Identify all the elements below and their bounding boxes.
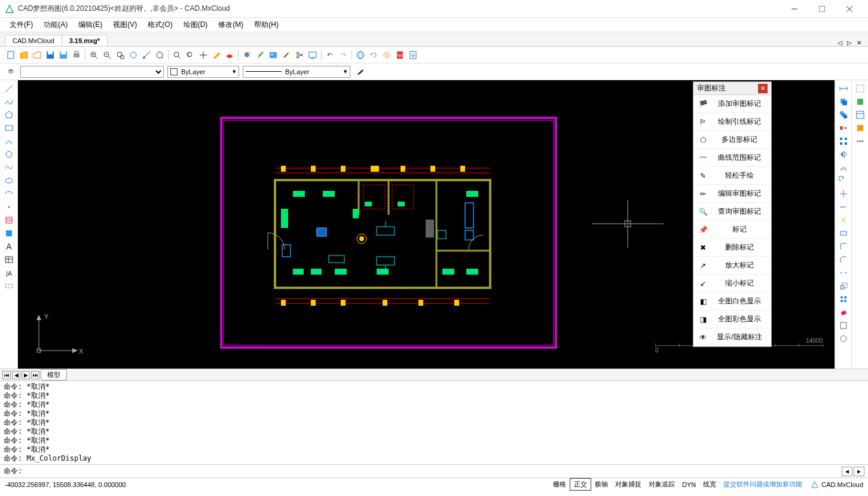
menu-view[interactable]: 视图(V)	[108, 18, 142, 32]
tab-prev-icon[interactable]: ◁	[836, 39, 844, 46]
edit-icon[interactable]	[210, 49, 222, 61]
tab-next-icon[interactable]: ▷	[845, 39, 854, 46]
status-feedback-link[interactable]: 提交软件问题或增加新功能	[720, 480, 806, 489]
panel-item-white-display[interactable]: ◧全图白色显示	[693, 293, 771, 311]
model-tab[interactable]: 模型	[41, 369, 67, 381]
array-tool-icon[interactable]	[837, 293, 850, 305]
command-input[interactable]	[25, 467, 842, 476]
select-all-icon[interactable]	[854, 83, 867, 95]
minimize-button[interactable]	[781, 0, 808, 18]
cmd-scroll-left-icon[interactable]: ◀	[842, 467, 852, 476]
block-tool-icon[interactable]	[2, 227, 16, 239]
save-as-icon[interactable]	[57, 49, 69, 61]
mtext-tool-icon[interactable]: |A	[2, 267, 16, 279]
copy-multi-icon[interactable]	[837, 109, 850, 121]
pan-realtime-icon[interactable]	[171, 49, 183, 61]
table-tool-icon[interactable]	[2, 254, 16, 266]
zoom-window-icon[interactable]	[114, 49, 126, 61]
chamfer-icon[interactable]	[837, 254, 850, 266]
tab-close-icon[interactable]: ✕	[855, 39, 863, 46]
marker-icon[interactable]	[254, 49, 266, 61]
more-tool-icon[interactable]	[854, 135, 867, 147]
redo-icon[interactable]	[337, 49, 349, 61]
screen-icon[interactable]	[307, 49, 319, 61]
image-icon[interactable]	[267, 49, 279, 61]
globe-icon[interactable]	[354, 49, 366, 61]
tab-cadmxcloud[interactable]: CAD.MxCloud	[5, 35, 62, 46]
break-icon[interactable]	[837, 267, 850, 279]
rotate-icon[interactable]	[837, 175, 850, 187]
panel-item-query-mark[interactable]: 🔍查询审图标记	[693, 203, 771, 221]
copy-stack-icon[interactable]	[837, 96, 850, 108]
status-ortho[interactable]: 正交	[570, 478, 591, 491]
block-insert-icon[interactable]	[854, 122, 867, 134]
paint-icon[interactable]	[224, 49, 236, 61]
color-combo[interactable]: ByLayer ▾	[167, 66, 239, 78]
scissors-icon[interactable]	[294, 49, 305, 61]
arc-tool-icon[interactable]	[2, 135, 16, 147]
menu-edit[interactable]: 编辑(E)	[74, 18, 107, 32]
spline-tool-icon[interactable]	[2, 162, 16, 174]
status-polar[interactable]: 极轴	[591, 479, 612, 490]
mirror-icon[interactable]	[837, 148, 850, 160]
extend-icon[interactable]	[837, 201, 850, 213]
model-tab-next-icon[interactable]: ▶	[22, 371, 30, 379]
new-file-icon[interactable]	[5, 49, 17, 61]
panel-item-add-mark[interactable]: 🏴添加审图标记	[693, 95, 771, 113]
polygon-tool-icon[interactable]	[2, 109, 16, 121]
offset-icon[interactable]	[837, 162, 850, 174]
magic-wand-icon[interactable]	[280, 49, 292, 61]
grid-array-icon[interactable]	[837, 135, 850, 147]
menu-format[interactable]: 格式(O)	[143, 18, 177, 32]
panel-item-zoom-in-mark[interactable]: ↗放大标记	[693, 257, 771, 275]
rectangle-tool-icon[interactable]	[2, 122, 16, 134]
print-icon[interactable]	[71, 49, 82, 61]
panel-item-mark[interactable]: 📌标记	[693, 221, 771, 239]
undo-icon[interactable]	[324, 49, 336, 61]
export-icon[interactable]	[407, 49, 419, 61]
zoom-all-icon[interactable]	[154, 49, 166, 61]
panel-header[interactable]: 审图标注 ✕	[693, 82, 771, 95]
dim-linear-icon[interactable]	[837, 83, 850, 95]
dimension-tool-icon[interactable]	[2, 280, 16, 292]
menu-help[interactable]: 帮助(H)	[249, 18, 283, 32]
status-otrack[interactable]: 对象追踪	[645, 479, 678, 490]
menu-file[interactable]: 文件(F)	[5, 18, 38, 32]
eraser-icon[interactable]	[837, 306, 850, 318]
open-file-icon[interactable]	[18, 49, 30, 61]
save-icon[interactable]	[44, 49, 56, 61]
status-osnap[interactable]: 对象捕捉	[612, 479, 645, 490]
unknown-tool-2-icon[interactable]	[837, 333, 850, 345]
crosshair-icon[interactable]	[197, 49, 209, 61]
status-lineweight[interactable]: 线宽	[699, 479, 720, 490]
panel-item-zoom-out-mark[interactable]: ↙缩小标记	[693, 275, 771, 293]
menu-function[interactable]: 功能(A)	[39, 18, 72, 32]
ellipse-arc-tool-icon[interactable]	[2, 188, 16, 200]
settings-gear-icon[interactable]	[381, 49, 393, 61]
deselect-icon[interactable]	[854, 96, 867, 108]
stretch-icon[interactable]	[837, 227, 850, 239]
circle-tool-icon[interactable]	[2, 148, 16, 160]
ellipse-tool-icon[interactable]	[2, 175, 16, 187]
model-tab-first-icon[interactable]: ⏮	[2, 371, 11, 379]
panel-item-leader-mark[interactable]: 🏳绘制引线标记	[693, 113, 771, 131]
pdf-icon[interactable]: PDF	[394, 49, 406, 61]
open-folder-icon[interactable]	[31, 49, 43, 61]
panel-item-edit-mark[interactable]: ✏编辑审图标记	[693, 185, 771, 203]
menu-modify[interactable]: 修改(M)	[213, 18, 248, 32]
close-button[interactable]	[836, 0, 863, 18]
panel-item-polygon-mark[interactable]: ⬠多边形标记	[693, 131, 771, 149]
panel-item-curve-mark[interactable]: 〰曲线范围标记	[693, 149, 771, 167]
command-history[interactable]: 命令: *取消* 命令: *取消* 命令: *取消* 命令: *取消* 命令: …	[0, 381, 868, 464]
point-tool-icon[interactable]	[2, 201, 16, 213]
linetype-combo[interactable]: ByLayer ▾	[243, 66, 350, 78]
transfer-icon[interactable]	[837, 122, 850, 134]
model-tab-prev-icon[interactable]: ◀	[12, 371, 20, 379]
zoom-in-icon[interactable]	[88, 49, 100, 61]
layers-button[interactable]	[5, 66, 17, 78]
refresh-icon[interactable]	[368, 49, 380, 61]
panel-item-toggle-annotation[interactable]: 👁显示/隐藏标注	[693, 328, 771, 346]
status-dyn[interactable]: DYN	[678, 480, 699, 489]
status-grid[interactable]: 栅格	[549, 479, 570, 490]
layers-stack-icon[interactable]	[241, 49, 253, 61]
